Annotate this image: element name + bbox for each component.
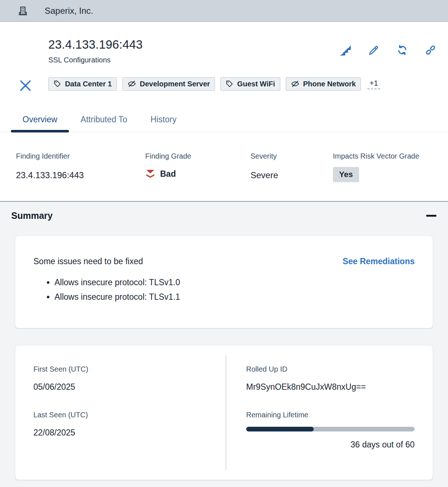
refresh-icon	[396, 44, 408, 56]
seen-dates-column: First Seen (UTC) 05/06/2025 Last Seen (U…	[15, 355, 226, 470]
finding-detail-panel: Saperix, Inc. 23.4.133.196:443 SSL Confi…	[0, 0, 448, 487]
collapse-summary-button[interactable]	[426, 210, 437, 221]
hidden-tag-icon	[127, 79, 136, 88]
page-title: 23.4.133.196:443	[48, 38, 143, 51]
details-card: First Seen (UTC) 05/06/2025 Last Seen (U…	[15, 345, 433, 480]
summary-title: Summary	[11, 210, 53, 221]
minus-icon	[426, 215, 436, 217]
tag-label: Phone Network	[303, 80, 356, 88]
first-seen-group: First Seen (UTC) 05/06/2025	[33, 365, 211, 392]
tag-icon	[53, 80, 61, 88]
jira-export-button[interactable]	[340, 44, 351, 56]
severity-group: Severity Severe	[251, 152, 333, 182]
last-seen-label: Last Seen (UTC)	[33, 411, 211, 419]
tag-chip-guest-wifi[interactable]: Guest WiFi	[220, 77, 280, 91]
finding-grade-label: Finding Grade	[145, 152, 251, 160]
tag-label: Development Server	[140, 80, 210, 88]
summary-section: Summary Some issues need to be fixed See…	[0, 201, 448, 487]
jira-icon	[340, 44, 351, 56]
tag-label: Guest WiFi	[237, 80, 275, 88]
issues-card: Some issues need to be fixed See Remedia…	[15, 236, 433, 328]
finding-header: 23.4.133.196:443 SSL Configurations	[0, 22, 448, 201]
issue-item: Allows insecure protocol: TLSv1.0	[54, 275, 415, 290]
grade-bad-icon	[145, 169, 155, 179]
finding-facts: Finding Identifier 23.4.133.196:443 Find…	[0, 132, 448, 201]
rolled-up-id-value: Mr9SynOEk8n9CuJxW8nxUg==	[246, 382, 415, 392]
impacts-risk-vector-label: Impacts Risk Vector Grade	[333, 152, 437, 160]
tab-bar: Overview Attributed To History	[0, 107, 448, 132]
lifetime-days-text: 36 days out of 60	[246, 440, 415, 450]
tag-label: Data Center 1	[65, 80, 112, 88]
finding-identifier-value: 23.4.133.196:443	[16, 170, 145, 180]
close-button[interactable]	[18, 78, 33, 93]
more-tags-button[interactable]: +1	[367, 79, 380, 89]
hidden-tag-icon	[291, 79, 300, 88]
risk-vector-subtitle: SSL Configurations	[48, 56, 143, 64]
finding-identifier-group: Finding Identifier 23.4.133.196:443	[16, 152, 145, 182]
issues-heading: Some issues need to be fixed	[33, 257, 143, 266]
issue-item: Allows insecure protocol: TLSv1.1	[54, 290, 415, 304]
company-name: Saperix, Inc.	[45, 6, 93, 16]
lifetime-progress-fill	[246, 427, 314, 431]
first-seen-label: First Seen (UTC)	[33, 365, 211, 373]
tag-chip-data-center-1[interactable]: Data Center 1	[48, 77, 117, 91]
finding-grade-value: Bad	[160, 169, 176, 179]
building-icon	[17, 5, 28, 16]
see-remediations-link[interactable]: See Remediations	[343, 257, 415, 266]
refresh-button[interactable]	[396, 44, 408, 56]
severity-value: Severe	[251, 170, 333, 180]
issues-list: Allows insecure protocol: TLSv1.0 Allows…	[33, 275, 415, 304]
finding-grade-group: Finding Grade Bad	[145, 152, 251, 182]
close-icon	[19, 79, 32, 93]
tab-history[interactable]: History	[139, 107, 188, 132]
last-seen-value: 22/08/2025	[33, 428, 211, 438]
remaining-lifetime-group: Remaining Lifetime 36 days out of 60	[246, 411, 415, 450]
lifetime-progress-bar	[246, 427, 415, 431]
first-seen-value: 05/06/2025	[33, 382, 211, 392]
tags-row: Data Center 1 Development Server	[48, 77, 436, 91]
lifetime-column: Rolled Up ID Mr9SynOEk8n9CuJxW8nxUg== Re…	[226, 355, 433, 470]
last-seen-group: Last Seen (UTC) 22/08/2025	[33, 411, 211, 438]
edit-pencil-icon	[368, 44, 380, 56]
rolled-up-id-group: Rolled Up ID Mr9SynOEk8n9CuJxW8nxUg==	[246, 365, 415, 392]
severity-label: Severity	[251, 152, 333, 160]
edit-button[interactable]	[368, 44, 380, 56]
tag-chip-development-server[interactable]: Development Server	[122, 77, 215, 91]
remaining-lifetime-label: Remaining Lifetime	[246, 411, 415, 419]
finding-identifier-label: Finding Identifier	[16, 152, 145, 160]
tag-icon	[225, 80, 233, 88]
header-actions	[340, 44, 436, 56]
tab-overview[interactable]: Overview	[11, 107, 69, 132]
unlink-icon	[425, 44, 436, 56]
impacts-group: Impacts Risk Vector Grade Yes	[333, 152, 437, 182]
impacts-yes-badge: Yes	[333, 167, 359, 182]
tag-chip-phone-network[interactable]: Phone Network	[286, 77, 361, 91]
company-topbar: Saperix, Inc.	[0, 0, 448, 22]
rolled-up-id-label: Rolled Up ID	[246, 365, 415, 373]
unlink-button[interactable]	[425, 44, 436, 56]
tab-attributed-to[interactable]: Attributed To	[69, 107, 139, 132]
